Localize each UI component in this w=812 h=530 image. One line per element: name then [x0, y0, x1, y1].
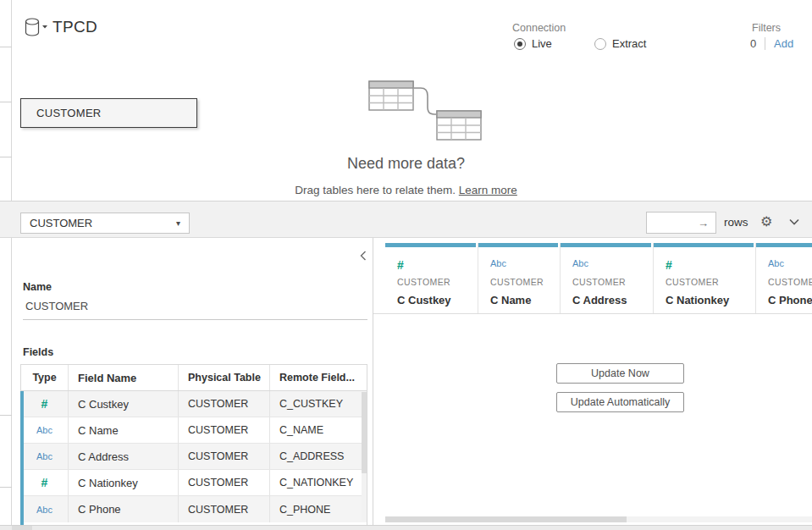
data-grid-header: # CUSTOMER C Custkey Abc CUSTOMER C Name…: [385, 243, 812, 314]
radio-live-circle: [514, 38, 526, 50]
string-type-icon: Abc: [572, 258, 653, 272]
radio-extract-circle: [594, 38, 606, 50]
filters-count: 0: [750, 37, 756, 50]
string-type-icon: Abc: [768, 258, 812, 272]
radio-live[interactable]: Live: [514, 37, 552, 50]
chevron-down-icon[interactable]: [789, 218, 799, 225]
column-table-label: CUSTOMER: [666, 277, 755, 287]
physical-table: CUSTOMER: [179, 417, 270, 443]
column-accent-bar: [385, 243, 476, 247]
table-select-dropdown[interactable]: CUSTOMER ▾: [20, 213, 190, 234]
column-table-label: CUSTOMER: [768, 277, 812, 287]
grid-header-border: [373, 313, 812, 314]
bottom-scrollbar-strip[interactable]: [0, 525, 812, 530]
number-type-icon: #: [41, 476, 48, 489]
column-field-label: C Custkey: [397, 294, 478, 306]
col-header-physical[interactable]: Physical Table: [179, 365, 270, 390]
column-table-label: CUSTOMER: [572, 277, 653, 287]
grid-column-c-address[interactable]: Abc CUSTOMER C Address: [561, 243, 654, 313]
remote-field: C_NATIONKEY: [270, 470, 367, 495]
number-type-icon: #: [41, 397, 48, 411]
go-arrow-icon: →: [698, 217, 709, 229]
column-accent-bar: [478, 243, 558, 247]
datasource-header: TPCD Connection Live Extract Filters 0 A…: [13, 0, 812, 76]
gutter-tick: [0, 102, 12, 102]
grid-hscrollbar-thumb[interactable]: [385, 516, 627, 522]
name-label: Name: [23, 281, 52, 293]
chevron-down-icon: ▾: [176, 218, 180, 228]
bottom-scrollbar-thumb[interactable]: [12, 526, 32, 530]
string-type-icon: Abc: [36, 451, 52, 461]
field-name: C Name: [69, 417, 179, 443]
physical-table: CUSTOMER: [179, 470, 270, 495]
canvas-table-customer[interactable]: CUSTOMER: [20, 98, 197, 128]
fields-table-scrollbar-thumb[interactable]: [362, 392, 367, 473]
grid-column-c-name[interactable]: Abc CUSTOMER C Name: [478, 243, 561, 313]
col-header-remote[interactable]: Remote Field...: [270, 365, 367, 390]
field-row-c-nationkey[interactable]: # C Nationkey CUSTOMER C_NATIONKEY: [21, 470, 367, 496]
drag-hint-text: Drag tables here to relate them.: [295, 184, 459, 196]
field-row-c-phone[interactable]: Abc C Phone CUSTOMER C_PHONE: [21, 496, 367, 522]
learn-more-link[interactable]: Learn more: [459, 184, 517, 196]
database-icon[interactable]: [24, 17, 49, 39]
column-table-label: CUSTOMER: [490, 277, 560, 287]
column-accent-bar: [561, 243, 651, 247]
rows-count-input[interactable]: →: [646, 212, 716, 234]
table-select-value: CUSTOMER: [30, 217, 92, 229]
grid-toolbar: CUSTOMER ▾ → rows ⚙: [0, 201, 812, 238]
relate-tables-illustration: [368, 80, 483, 141]
field-row-c-name[interactable]: Abc C Name CUSTOMER C_NAME: [21, 417, 367, 444]
column-accent-bar: [756, 243, 812, 247]
remote-field: C_PHONE: [270, 496, 367, 522]
empty-state-hint: Drag tables here to relate them. Learn m…: [0, 184, 812, 196]
field-row-c-custkey[interactable]: # C Custkey CUSTOMER C_CUSTKEY: [21, 391, 367, 417]
radio-extract-label: Extract: [612, 37, 646, 50]
panel-divider[interactable]: [373, 238, 373, 525]
filters-divider: [765, 37, 765, 50]
grid-column-c-nationkey[interactable]: # CUSTOMER C Nationkey: [654, 243, 756, 313]
col-header-type[interactable]: Type: [21, 365, 69, 390]
number-type-icon: #: [397, 258, 478, 272]
collapse-panel-icon[interactable]: [360, 251, 367, 261]
remote-field: C_CUSTKEY: [270, 391, 367, 417]
field-row-c-address[interactable]: Abc C Address CUSTOMER C_ADDRESS: [21, 444, 367, 470]
datasource-title[interactable]: TPCD: [52, 18, 97, 36]
gear-icon[interactable]: ⚙: [760, 213, 772, 229]
fields-table-accent-bar: [20, 391, 24, 530]
name-input[interactable]: CUSTOMER: [23, 296, 367, 320]
physical-table: CUSTOMER: [179, 444, 270, 469]
col-header-field[interactable]: Field Name: [69, 365, 179, 390]
string-type-icon: Abc: [36, 505, 52, 515]
grid-column-c-custkey[interactable]: # CUSTOMER C Custkey: [385, 243, 478, 313]
physical-table: CUSTOMER: [179, 496, 270, 522]
number-type-icon: #: [666, 258, 755, 272]
column-field-label: C Phone: [768, 294, 812, 306]
connection-label: Connection: [512, 22, 566, 34]
column-field-label: C Address: [572, 294, 653, 306]
physical-table: CUSTOMER: [179, 391, 270, 417]
field-name: C Phone: [69, 496, 179, 522]
gutter-tick: [0, 415, 12, 416]
left-pane-collapsed-edge[interactable]: [0, 0, 12, 530]
rows-label: rows: [724, 216, 748, 229]
fields-table: Type Field Name Physical Table Remote Fi…: [20, 364, 367, 523]
remote-field: C_ADDRESS: [270, 444, 367, 469]
grid-column-c-phone[interactable]: Abc CUSTOMER C Phone: [756, 243, 812, 313]
empty-state-title: Need more data?: [0, 155, 812, 173]
fields-table-header: Type Field Name Physical Table Remote Fi…: [21, 365, 367, 391]
column-field-label: C Name: [490, 294, 560, 306]
metadata-panel: Name CUSTOMER Fields Type Field Name Phy…: [13, 238, 373, 525]
update-now-button[interactable]: Update Now: [556, 363, 684, 384]
remote-field: C_NAME: [270, 417, 367, 443]
field-name: C Nationkey: [69, 470, 179, 495]
field-name: C Custkey: [69, 391, 179, 417]
filters-add-link[interactable]: Add: [774, 37, 793, 50]
datasource-page: TPCD Connection Live Extract Filters 0 A…: [0, 0, 812, 530]
column-field-label: C Nationkey: [666, 294, 755, 306]
radio-live-label: Live: [532, 37, 552, 50]
filters-label: Filters: [752, 22, 781, 34]
update-automatically-button[interactable]: Update Automatically: [556, 392, 684, 412]
field-name: C Address: [69, 444, 179, 469]
radio-extract[interactable]: Extract: [594, 37, 646, 50]
gutter-tick: [0, 47, 12, 47]
